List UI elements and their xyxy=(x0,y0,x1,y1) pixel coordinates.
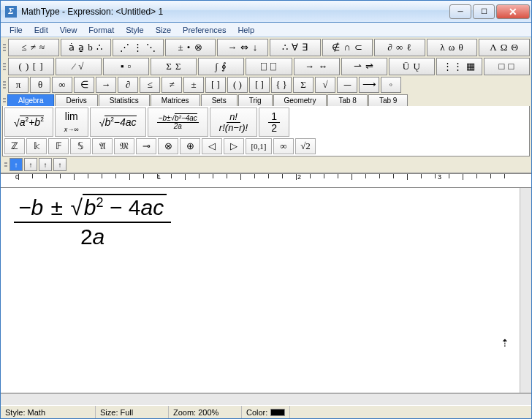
tmpl-sqrt[interactable]: √ xyxy=(315,77,335,93)
palette-sets[interactable]: ∉ ∩ ⊂ xyxy=(322,39,373,56)
palette-fractions[interactable]: ⁄ √ xyxy=(56,58,102,75)
maximize-button[interactable]: ☐ xyxy=(473,4,495,19)
tmpl-sqbrack[interactable]: [ ] xyxy=(249,77,270,93)
tmpl-brackets[interactable]: [ ] xyxy=(205,77,226,93)
tray-sqrt2[interactable]: √2 xyxy=(295,138,316,154)
tmpl-braces[interactable]: { } xyxy=(271,77,292,93)
tray-lollipop[interactable]: ⊸ xyxy=(136,138,156,154)
sym-arrow[interactable]: → xyxy=(96,77,116,93)
tray-m[interactable]: 𝔐 xyxy=(114,138,134,154)
palette-underover[interactable]: ⎕ ⎕ xyxy=(246,58,292,75)
tab-9[interactable]: Tab 9 xyxy=(368,94,408,106)
palette-calculus[interactable]: ∂ ∞ ℓ xyxy=(374,39,425,56)
tray-f[interactable]: 𝔽 xyxy=(48,138,69,154)
tray-rtri[interactable]: ▷ xyxy=(224,138,244,154)
align-2[interactable]: ↑ xyxy=(24,158,37,171)
toolbar-grip[interactable] xyxy=(2,58,7,75)
palette-products[interactable]: ⇀ ⇌ xyxy=(341,58,387,75)
align-3[interactable]: ↑ xyxy=(39,158,52,171)
tray-interval[interactable]: [0,1] xyxy=(246,138,272,154)
menu-style[interactable]: Style xyxy=(120,24,149,36)
palette-matrices[interactable]: ⋮⋮ ▦ xyxy=(436,58,482,75)
ruler[interactable]: 0 1 2 3 xyxy=(1,173,531,188)
tab-statistics[interactable]: Statistics xyxy=(99,94,150,106)
titlebar: Σ MathType - Expression: <Untitled> 1 ─ … xyxy=(1,1,531,23)
menu-help[interactable]: Help xyxy=(232,24,260,36)
align-4[interactable]: ↑ xyxy=(53,158,66,171)
palette-logic[interactable]: ∴ ∀ ∃ xyxy=(270,39,321,56)
menu-edit[interactable]: Edit xyxy=(28,24,54,36)
tab-row: Algebra Derivs Statistics Matrices Sets … xyxy=(2,94,530,106)
palette-integrals[interactable]: ∫ ∮ xyxy=(198,58,244,75)
tmpl-longarrow[interactable]: ⟶ xyxy=(359,77,379,93)
tray-quadratic[interactable]: −b±√b²−4ac2a xyxy=(148,107,208,137)
sym-partial[interactable]: ∂ xyxy=(118,77,138,93)
palette-labeled-arrows[interactable]: → ↔ xyxy=(294,58,340,75)
toolbar-grip[interactable] xyxy=(2,39,7,56)
palette-relations[interactable]: ≤ ≠ ≈ xyxy=(8,39,59,56)
expression-tray: √a2+b2 limx→∞ √b2−4ac −b±√b²−4ac2a n!r!(… xyxy=(2,106,530,156)
status-zoom-label: Zoom: xyxy=(173,408,196,417)
sym-infinity[interactable]: ∞ xyxy=(52,77,72,93)
palette-scripts[interactable]: ▪ ▫ xyxy=(103,58,149,75)
menu-size[interactable]: Size xyxy=(150,24,177,36)
tray-a[interactable]: 𝔄 xyxy=(92,138,113,154)
align-1[interactable]: ↑ xyxy=(10,158,23,171)
menu-preferences[interactable]: Preferences xyxy=(177,24,232,36)
palette-sums[interactable]: Σ Σ xyxy=(151,58,197,75)
toolbar-grip[interactable] xyxy=(2,94,7,106)
tray-half[interactable]: 12 xyxy=(259,107,289,137)
sym-pi[interactable]: π xyxy=(8,77,28,93)
tray-s[interactable]: 𝕊 xyxy=(70,138,91,154)
minimize-button[interactable]: ─ xyxy=(449,4,471,19)
sym-pm[interactable]: ± xyxy=(183,77,204,93)
palette-operators[interactable]: ± • ⊗ xyxy=(165,39,216,56)
menu-view[interactable]: View xyxy=(54,24,83,36)
palette-hats[interactable]: Ū Ų xyxy=(389,58,435,75)
tray-pythag[interactable]: √a2+b2 xyxy=(4,107,53,137)
sym-elementof[interactable]: ∈ xyxy=(74,77,94,93)
tab-derivs[interactable]: Derivs xyxy=(55,94,97,106)
vertical-scrollbar[interactable] xyxy=(520,188,531,393)
palette-arrows[interactable]: → ⇔ ↓ xyxy=(217,39,268,56)
sym-neq[interactable]: ≠ xyxy=(162,77,182,93)
tab-trig[interactable]: Trig xyxy=(238,94,273,106)
tray-otimes[interactable]: ⊗ xyxy=(158,138,178,154)
tray-inf[interactable]: ∞ xyxy=(273,138,294,154)
toolbar-grip[interactable] xyxy=(4,158,8,171)
menu-format[interactable]: Format xyxy=(83,24,120,36)
palette-greek-lower[interactable]: λ ω θ xyxy=(427,39,478,56)
tab-matrices[interactable]: Matrices xyxy=(151,94,200,106)
palette-embellish[interactable]: ȧ a̱ b ∴ xyxy=(61,39,112,56)
editor-canvas[interactable]: −b ± b2 − 4ac 2a ⇡ xyxy=(1,188,531,393)
tab-sets[interactable]: Sets xyxy=(201,94,238,106)
quadratic-expression[interactable]: −b ± b2 − 4ac 2a xyxy=(14,194,171,249)
tray-oplus[interactable]: ⊕ xyxy=(180,138,200,154)
toolbar-grip[interactable] xyxy=(2,77,7,93)
status-style: Math xyxy=(28,408,45,417)
alignment-bar: ↑ ↑ ↑ ↑ xyxy=(2,156,530,173)
tmpl-strike[interactable]: ⸺ xyxy=(337,77,357,93)
tab-8[interactable]: Tab 8 xyxy=(327,94,367,106)
tab-algebra[interactable]: Algebra xyxy=(7,94,54,106)
status-color-swatch[interactable] xyxy=(270,409,285,416)
sym-leq[interactable]: ≤ xyxy=(140,77,160,93)
menu-file[interactable]: File xyxy=(4,24,28,36)
horizontal-scrollbar[interactable] xyxy=(1,393,531,405)
palette-dots[interactable]: ⋰ ⋮ ⋱ xyxy=(113,39,164,56)
close-button[interactable]: ✕ xyxy=(496,4,530,19)
tray-ltri[interactable]: ◁ xyxy=(202,138,222,154)
palette-greek-upper[interactable]: Λ Ω Θ xyxy=(479,39,530,56)
tab-geometry[interactable]: Geometry xyxy=(273,94,327,106)
tray-z[interactable]: ℤ xyxy=(4,138,25,154)
tray-limit[interactable]: limx→∞ xyxy=(55,107,88,137)
tmpl-sum[interactable]: Σ xyxy=(293,77,314,93)
tray-binomial[interactable]: n!r!(n−r)! xyxy=(210,107,257,137)
palette-fences[interactable]: ( ) [ ] xyxy=(8,58,54,75)
sym-theta[interactable]: θ xyxy=(30,77,50,93)
tmpl-parens[interactable]: ( ) xyxy=(227,77,248,93)
tray-k[interactable]: 𝕜 xyxy=(26,138,47,154)
palette-boxes[interactable]: □ □ xyxy=(484,58,530,75)
tmpl-dot[interactable]: ◦ xyxy=(381,77,401,93)
tray-discriminant[interactable]: √b2−4ac xyxy=(90,107,146,137)
